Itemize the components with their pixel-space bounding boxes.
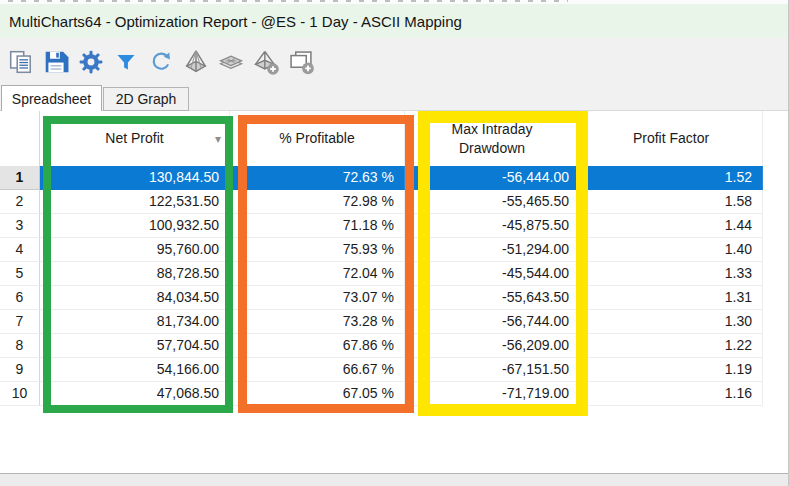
cell-net-profit[interactable]: 57,704.50 bbox=[40, 334, 230, 358]
cell-pct-profitable[interactable]: 73.07 % bbox=[230, 286, 405, 310]
cell-net-profit[interactable]: 54,166.00 bbox=[40, 358, 230, 382]
cell-max-intraday-drawdown[interactable]: -71,719.00 bbox=[405, 382, 580, 406]
table-row[interactable]: 1047,068.5067.05 %-71,719.001.16 bbox=[0, 382, 788, 406]
cell-max-intraday-drawdown[interactable]: -45,544.00 bbox=[405, 262, 580, 286]
cell-net-profit[interactable]: 47,068.50 bbox=[40, 382, 230, 406]
3d-graph-icon bbox=[182, 48, 210, 76]
row-number[interactable]: 5 bbox=[0, 262, 40, 286]
gear-icon bbox=[78, 49, 104, 75]
cell-pct-profitable[interactable]: 75.93 % bbox=[230, 238, 405, 262]
cell-pct-profitable[interactable]: 71.18 % bbox=[230, 214, 405, 238]
cell-pct-profitable[interactable]: 72.04 % bbox=[230, 262, 405, 286]
cell-profit-factor[interactable]: 1.58 bbox=[580, 190, 763, 214]
cell-max-intraday-drawdown[interactable]: -55,465.50 bbox=[405, 190, 580, 214]
cell-net-profit[interactable]: 84,034.50 bbox=[40, 286, 230, 310]
add-3d-graph-button[interactable] bbox=[251, 46, 281, 78]
column-header-pct-profitable[interactable]: % Profitable bbox=[230, 111, 405, 166]
column-header-label: Net Profit bbox=[105, 129, 163, 148]
column-header-max-intraday-drawdown[interactable]: Max Intraday Drawdown bbox=[405, 111, 580, 166]
table-row[interactable]: 588,728.5072.04 %-45,544.001.33 bbox=[0, 262, 788, 286]
cell-pct-profitable[interactable]: 72.98 % bbox=[230, 190, 405, 214]
cell-net-profit[interactable]: 95,760.00 bbox=[40, 238, 230, 262]
copy-button[interactable] bbox=[6, 46, 36, 78]
save-button[interactable] bbox=[41, 46, 71, 78]
column-header-profit-factor[interactable]: Profit Factor bbox=[580, 111, 763, 166]
cell-pct-profitable[interactable]: 73.28 % bbox=[230, 310, 405, 334]
save-icon bbox=[43, 49, 69, 75]
table-row[interactable]: 495,760.0075.93 %-51,294.001.40 bbox=[0, 238, 788, 262]
add-report-window-icon bbox=[287, 48, 315, 76]
table-row[interactable]: 1130,844.5072.63 %-56,444.001.52 bbox=[0, 166, 788, 190]
table-row[interactable]: 684,034.5073.07 %-55,643.501.31 bbox=[0, 286, 788, 310]
cell-net-profit[interactable]: 130,844.50 bbox=[40, 166, 230, 190]
row-number[interactable]: 10 bbox=[0, 382, 40, 406]
cell-net-profit[interactable]: 100,932.50 bbox=[40, 214, 230, 238]
horizontal-scrollbar-track[interactable] bbox=[0, 473, 788, 486]
row-number[interactable]: 9 bbox=[0, 358, 40, 382]
3d-surface-button[interactable] bbox=[216, 46, 246, 78]
table-row[interactable]: 781,734.0073.28 %-56,744.001.30 bbox=[0, 310, 788, 334]
cell-net-profit[interactable]: 122,531.50 bbox=[40, 190, 230, 214]
cell-max-intraday-drawdown[interactable]: -55,643.50 bbox=[405, 286, 580, 310]
cell-profit-factor[interactable]: 1.19 bbox=[580, 358, 763, 382]
cell-profit-factor[interactable]: 1.22 bbox=[580, 334, 763, 358]
row-number[interactable]: 6 bbox=[0, 286, 40, 310]
table-row[interactable]: 3100,932.5071.18 %-45,875.501.44 bbox=[0, 214, 788, 238]
copy-icon bbox=[8, 49, 34, 75]
cell-profit-factor[interactable]: 1.44 bbox=[580, 214, 763, 238]
cell-net-profit[interactable]: 88,728.50 bbox=[40, 262, 230, 286]
row-number-column-header bbox=[0, 111, 40, 166]
table-row[interactable]: 857,704.5067.86 %-56,209.001.22 bbox=[0, 334, 788, 358]
add-3d-graph-icon bbox=[252, 48, 280, 76]
filter-button[interactable] bbox=[111, 46, 141, 78]
cell-max-intraday-drawdown[interactable]: -67,151.50 bbox=[405, 358, 580, 382]
cell-max-intraday-drawdown[interactable]: -51,294.00 bbox=[405, 238, 580, 262]
table-row[interactable]: 954,166.0066.67 %-67,151.501.19 bbox=[0, 358, 788, 382]
sort-descending-icon[interactable]: ▾ bbox=[215, 130, 221, 146]
table-row[interactable]: 2122,531.5072.98 %-55,465.501.58 bbox=[0, 190, 788, 214]
table-header-row: Net Profit ▾ % Profitable Max Intraday D… bbox=[0, 111, 788, 166]
cell-max-intraday-drawdown[interactable]: -45,875.50 bbox=[405, 214, 580, 238]
spreadsheet-content: Net Profit ▾ % Profitable Max Intraday D… bbox=[0, 111, 788, 473]
refresh-icon bbox=[148, 49, 174, 75]
tab-2d-graph-label: 2D Graph bbox=[116, 91, 177, 107]
row-number[interactable]: 7 bbox=[0, 310, 40, 334]
row-number[interactable]: 2 bbox=[0, 190, 40, 214]
cell-max-intraday-drawdown[interactable]: -56,444.00 bbox=[405, 166, 580, 190]
tab-bar: Spreadsheet 2D Graph bbox=[0, 85, 788, 111]
window-title: MultiCharts64 - Optimization Report - @E… bbox=[9, 13, 462, 30]
filter-icon bbox=[114, 50, 138, 74]
cell-pct-profitable[interactable]: 66.67 % bbox=[230, 358, 405, 382]
refresh-button[interactable] bbox=[146, 46, 176, 78]
tab-spreadsheet[interactable]: Spreadsheet bbox=[1, 85, 102, 111]
row-number[interactable]: 3 bbox=[0, 214, 40, 238]
add-report-window-button[interactable] bbox=[286, 46, 316, 78]
column-header-label: Max Intraday Drawdown bbox=[437, 120, 547, 158]
cell-max-intraday-drawdown[interactable]: -56,209.00 bbox=[405, 334, 580, 358]
cell-profit-factor[interactable]: 1.40 bbox=[580, 238, 763, 262]
row-number[interactable]: 1 bbox=[0, 166, 40, 190]
tab-spreadsheet-label: Spreadsheet bbox=[12, 91, 91, 107]
toolbar bbox=[0, 38, 788, 85]
column-header-net-profit[interactable]: Net Profit ▾ bbox=[40, 111, 230, 166]
3d-graph-button[interactable] bbox=[181, 46, 211, 78]
cell-profit-factor[interactable]: 1.16 bbox=[580, 382, 763, 406]
cell-net-profit[interactable]: 81,734.00 bbox=[40, 310, 230, 334]
cell-profit-factor[interactable]: 1.31 bbox=[580, 286, 763, 310]
column-header-label: Profit Factor bbox=[633, 129, 709, 148]
settings-button[interactable] bbox=[76, 46, 106, 78]
cell-profit-factor[interactable]: 1.52 bbox=[580, 166, 763, 190]
table-body: 1130,844.5072.63 %-56,444.001.522122,531… bbox=[0, 166, 788, 406]
title-bar: MultiCharts64 - Optimization Report - @E… bbox=[0, 4, 788, 38]
row-number[interactable]: 8 bbox=[0, 334, 40, 358]
cell-pct-profitable[interactable]: 72.63 % bbox=[230, 166, 405, 190]
cell-pct-profitable[interactable]: 67.05 % bbox=[230, 382, 405, 406]
column-header-label: % Profitable bbox=[279, 129, 354, 148]
cell-profit-factor[interactable]: 1.30 bbox=[580, 310, 763, 334]
tab-2d-graph[interactable]: 2D Graph bbox=[103, 87, 189, 111]
cell-pct-profitable[interactable]: 67.86 % bbox=[230, 334, 405, 358]
cell-profit-factor[interactable]: 1.33 bbox=[580, 262, 763, 286]
cell-max-intraday-drawdown[interactable]: -56,744.00 bbox=[405, 310, 580, 334]
row-number[interactable]: 4 bbox=[0, 238, 40, 262]
3d-surface-icon bbox=[217, 48, 245, 76]
